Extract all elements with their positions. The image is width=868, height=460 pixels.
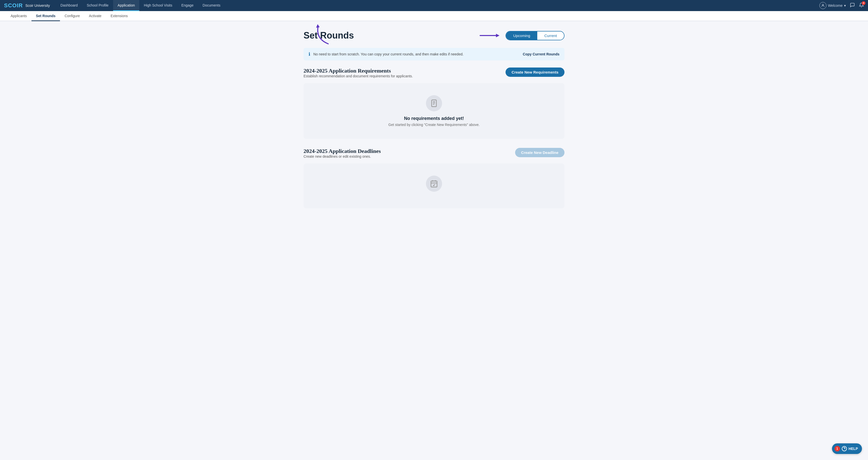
subnav-activate[interactable]: Activate: [84, 11, 106, 21]
university-name: Scoir University: [26, 3, 50, 7]
requirements-section: 2024-2025 Application Requirements Estab…: [304, 67, 564, 139]
requirements-empty-title: No requirements added yet!: [404, 116, 464, 121]
subnav-configure[interactable]: Configure: [60, 11, 84, 21]
chevron-down-icon: ▾: [844, 3, 846, 7]
welcome-button[interactable]: Welcome ▾: [819, 2, 846, 9]
banner-left: ℹ No need to start from scratch. You can…: [309, 51, 463, 57]
nav-documents[interactable]: Documents: [198, 0, 225, 11]
nav-application[interactable]: Application: [113, 0, 140, 11]
create-deadline-button[interactable]: Create New Deadline: [515, 148, 564, 157]
svg-point-0: [822, 4, 824, 5]
deadlines-section: 2024-2025 Application Deadlines Create n…: [304, 148, 564, 208]
requirements-header: 2024-2025 Application Requirements Estab…: [304, 67, 564, 81]
nav-dashboard[interactable]: Dashboard: [56, 0, 82, 11]
requirements-title: 2024-2025 Application Requirements: [304, 67, 413, 74]
requirements-empty-desc: Get started by clicking "Create New Requ…: [389, 123, 479, 127]
deadlines-title-area: 2024-2025 Application Deadlines Create n…: [304, 148, 381, 161]
requirements-empty-state: No requirements added yet! Get started b…: [304, 83, 564, 139]
svg-rect-7: [431, 181, 437, 187]
main-content: Set Rounds Upcoming Current ℹ No need to…: [296, 21, 572, 226]
welcome-label: Welcome: [828, 3, 842, 7]
subnav-extensions[interactable]: Extensions: [106, 11, 132, 21]
deadlines-title: 2024-2025 Application Deadlines: [304, 148, 381, 154]
notification-badge: 0: [862, 1, 866, 5]
logo: SCOIR: [4, 2, 23, 9]
deadlines-description: Create new deadlines or edit existing on…: [304, 154, 381, 158]
subnav-set-rounds[interactable]: Set Rounds: [31, 11, 60, 21]
nav-school-profile[interactable]: School Profile: [82, 0, 113, 11]
subnav-applicants[interactable]: Applicants: [6, 11, 31, 21]
sub-navigation: Applicants Set Rounds Configure Activate…: [0, 11, 868, 21]
nav-engage[interactable]: Engage: [177, 0, 198, 11]
arrow-annotation-upcoming: [479, 32, 501, 39]
toggle-upcoming[interactable]: Upcoming: [506, 31, 537, 40]
requirements-empty-icon: [426, 95, 442, 111]
notifications-icon[interactable]: 0: [859, 2, 864, 9]
page-header: Set Rounds Upcoming Current: [304, 30, 564, 41]
svg-marker-2: [496, 34, 499, 37]
requirements-description: Establish recommendation and document re…: [304, 74, 413, 78]
info-banner: ℹ No need to start from scratch. You can…: [304, 48, 564, 60]
banner-text: No need to start from scratch. You can c…: [313, 52, 463, 56]
copy-rounds-button[interactable]: Copy Current Rounds: [523, 52, 559, 56]
info-circle-icon: ℹ: [309, 51, 310, 57]
nav-high-school-visits[interactable]: High School Visits: [139, 0, 177, 11]
top-nav-right: Welcome ▾ 0: [819, 2, 864, 9]
deadlines-empty-icon: [426, 176, 442, 192]
user-avatar-icon: [819, 2, 827, 9]
requirements-title-area: 2024-2025 Application Requirements Estab…: [304, 67, 413, 81]
messages-icon[interactable]: [850, 2, 855, 9]
top-navigation: SCOIR Scoir University Dashboard School …: [0, 0, 868, 11]
logo-area: SCOIR Scoir University: [4, 2, 50, 9]
toggle-current[interactable]: Current: [537, 31, 564, 40]
create-requirements-button[interactable]: Create New Requirements: [505, 67, 564, 77]
arrow-annotation-set-rounds: [311, 24, 333, 47]
top-nav-links: Dashboard School Profile Application Hig…: [56, 0, 819, 11]
view-toggle: Upcoming Current: [505, 31, 564, 40]
svg-marker-1: [316, 24, 320, 28]
deadlines-empty-state: [304, 163, 564, 208]
deadlines-header: 2024-2025 Application Deadlines Create n…: [304, 148, 564, 161]
